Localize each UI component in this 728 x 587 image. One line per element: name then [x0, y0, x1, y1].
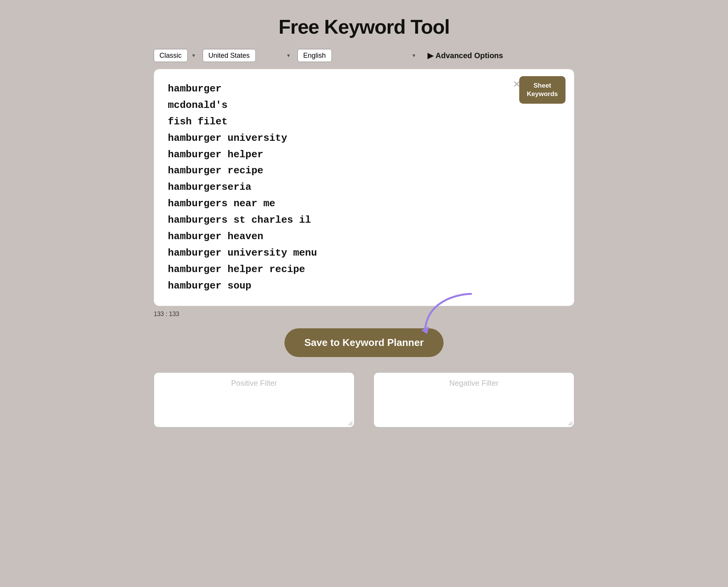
advanced-options-toggle[interactable]: ▶ Advanced Options — [427, 51, 503, 60]
list-item: hamburgers near me — [168, 196, 560, 212]
toolbar: Classic ▼ United States ▼ English ▼ ▶ Ad… — [154, 49, 574, 62]
negative-filter-box: Negative Filter — [374, 372, 574, 427]
keyword-count: 133 : 133 — [154, 311, 574, 318]
negative-filter-input[interactable] — [380, 378, 568, 420]
list-item: hamburger recipe — [168, 163, 560, 179]
save-section: Save to Keyword Planner — [154, 324, 574, 357]
positive-filter-input[interactable] — [160, 378, 348, 420]
advanced-options-label: Advanced Options — [435, 51, 503, 60]
list-item: mcdonald's — [168, 97, 560, 114]
list-item: hamburger soup — [168, 278, 560, 294]
filters-row: Positive Filter Negative Filter — [154, 372, 574, 427]
country-select[interactable]: United States — [203, 49, 256, 62]
svg-line-6 — [571, 424, 572, 426]
page-title: Free Keyword Tool — [278, 15, 449, 38]
arrow-decoration — [418, 290, 479, 340]
list-item: hamburgerseria — [168, 179, 560, 196]
resize-handle-negative[interactable] — [567, 420, 572, 426]
keyword-box: × Sheet Keywords hamburgermcdonald'sfish… — [154, 69, 574, 306]
list-item: hamburger university — [168, 130, 560, 147]
sheet-keywords-button[interactable]: Sheet Keywords — [519, 76, 566, 104]
language-select[interactable]: English — [297, 49, 332, 62]
list-item: hamburger heaven — [168, 228, 560, 245]
play-icon: ▶ — [427, 51, 433, 60]
list-item: hamburger — [168, 81, 560, 97]
list-item: hamburger helper recipe — [168, 261, 560, 278]
resize-handle-positive[interactable] — [347, 420, 353, 426]
keyword-list: hamburgermcdonald'sfish filethamburger u… — [168, 81, 560, 294]
list-item: hamburger helper — [168, 147, 560, 163]
svg-line-3 — [351, 424, 353, 426]
list-item: fish filet — [168, 114, 560, 130]
list-item: hamburger university menu — [168, 245, 560, 261]
positive-filter-box: Positive Filter — [154, 372, 354, 427]
classic-select[interactable]: Classic — [154, 49, 188, 62]
list-item: hamburgers st charles il — [168, 212, 560, 228]
